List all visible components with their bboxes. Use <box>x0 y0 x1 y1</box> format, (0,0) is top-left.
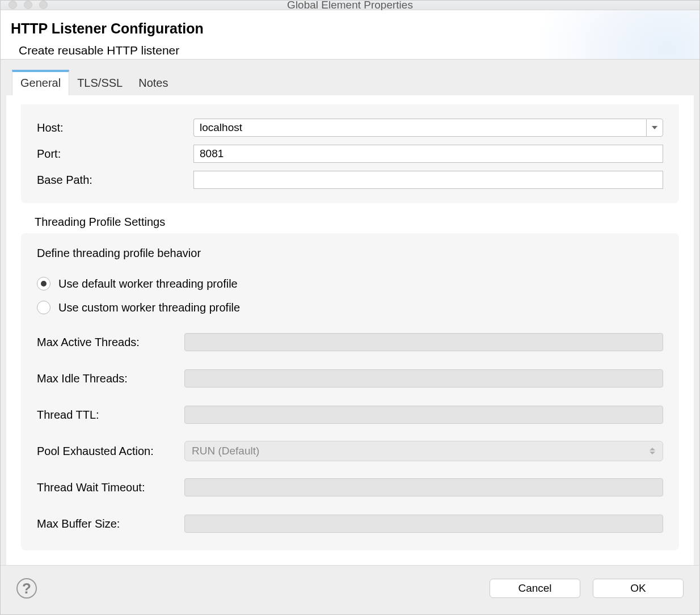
dialog-footer: ? Cancel OK <box>1 565 699 614</box>
host-input[interactable] <box>193 119 646 137</box>
help-icon[interactable]: ? <box>16 578 37 599</box>
main-area: General TLS/SSL Notes Host: Port: <box>1 60 699 565</box>
minimize-window-icon[interactable] <box>24 1 32 9</box>
basepath-input[interactable] <box>193 171 663 189</box>
form-panel: Host: Port: Base Path: <box>6 95 694 565</box>
pool-exhausted-label: Pool Exhausted Action: <box>37 445 184 458</box>
max-idle-input <box>184 369 663 387</box>
tab-tls-ssl[interactable]: TLS/SSL <box>69 70 130 95</box>
select-stepper-icon <box>648 441 657 461</box>
radio-custom-label: Use custom worker threading profile <box>58 301 240 314</box>
port-label: Port: <box>37 148 193 161</box>
radio-default-label: Use default worker threading profile <box>58 277 238 290</box>
basepath-label: Base Path: <box>37 174 193 187</box>
max-active-input <box>184 333 663 351</box>
chevron-down-icon <box>652 126 657 129</box>
window-controls <box>9 1 48 9</box>
radio-default-profile[interactable] <box>37 277 50 290</box>
threading-subtitle: Define threading profile behavior <box>37 247 663 260</box>
close-window-icon[interactable] <box>9 1 17 9</box>
pool-exhausted-select: RUN (Default) <box>184 441 663 461</box>
page-subtitle: Create reusable HTTP listener <box>11 44 689 57</box>
tabs: General TLS/SSL Notes <box>6 70 694 95</box>
ok-button[interactable]: OK <box>593 579 684 598</box>
dialog-window: Global Element Properties HTTP Listener … <box>0 0 700 615</box>
host-dropdown-button[interactable] <box>646 119 663 137</box>
wait-timeout-input <box>184 478 663 496</box>
zoom-window-icon[interactable] <box>39 1 48 9</box>
threading-radio-group: Use default worker threading profile Use… <box>37 277 663 314</box>
pool-exhausted-value: RUN (Default) <box>192 445 259 457</box>
tab-notes[interactable]: Notes <box>130 70 176 95</box>
threading-section-title: Threading Profile Settings <box>35 216 679 229</box>
threading-section: Define threading profile behavior Use de… <box>21 233 679 550</box>
page-title: HTTP Listener Configuration <box>11 20 689 37</box>
max-idle-label: Max Idle Threads: <box>37 372 184 385</box>
radio-custom-profile[interactable] <box>37 301 50 314</box>
host-label: Host: <box>37 121 193 134</box>
max-active-label: Max Active Threads: <box>37 336 184 349</box>
thread-ttl-input <box>184 406 663 424</box>
wait-timeout-label: Thread Wait Timeout: <box>37 481 184 494</box>
general-section: Host: Port: Base Path: <box>21 104 679 203</box>
dialog-header: HTTP Listener Configuration Create reusa… <box>1 10 699 60</box>
max-buffer-input <box>184 515 663 533</box>
port-input[interactable] <box>193 145 663 163</box>
titlebar: Global Element Properties <box>1 1 699 10</box>
max-buffer-label: Max Buffer Size: <box>37 517 184 530</box>
thread-ttl-label: Thread TTL: <box>37 408 184 422</box>
tab-general[interactable]: General <box>12 70 69 95</box>
cancel-button[interactable]: Cancel <box>490 579 580 598</box>
host-combo[interactable] <box>193 119 663 137</box>
